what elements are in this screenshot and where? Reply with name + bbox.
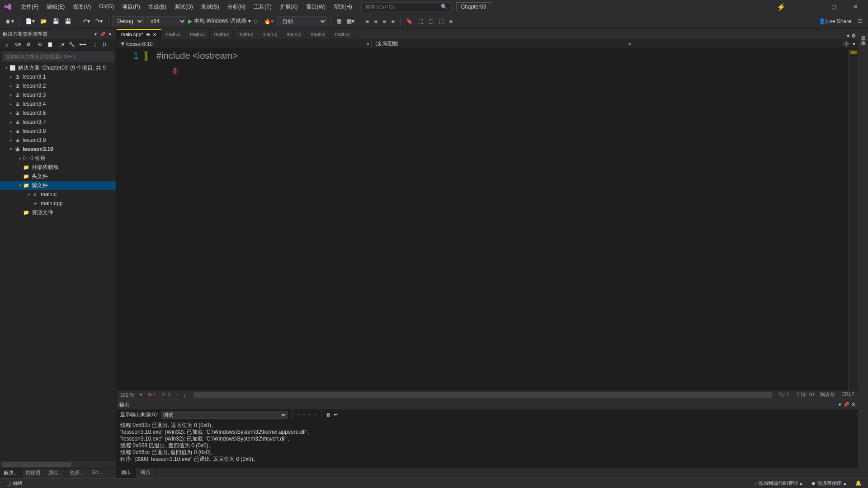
config-select[interactable]: Debug [112, 16, 144, 26]
zoom-dropdown-icon[interactable]: ▾ [140, 392, 142, 398]
nav-up-icon[interactable]: ↑ [176, 392, 179, 398]
menu-project[interactable]: 项目(P) [118, 1, 144, 13]
expander-icon[interactable]: ▾ [8, 147, 14, 151]
nav-dropdown-1[interactable]: ▾ [367, 41, 371, 47]
tab-settings-icon[interactable]: ⚙ [851, 33, 856, 39]
close-button[interactable]: ✕ [846, 0, 864, 14]
menu-edit[interactable]: 编辑(E) [43, 1, 68, 13]
editor-tab[interactable]: main.c [234, 29, 258, 39]
tab-resources[interactable]: 资源... [66, 469, 88, 478]
tab-solution-explorer[interactable]: 解决... [0, 469, 22, 478]
project-item[interactable]: ▸⊞lesson3.6 [0, 108, 116, 117]
tab-git[interactable]: Git... [88, 469, 106, 478]
toolbar-btn-3[interactable]: ⬚ [416, 16, 425, 26]
expander-icon[interactable]: ▾ [4, 66, 9, 70]
project-item[interactable]: ▸⊞lesson3.9 [0, 136, 116, 145]
se-home-button[interactable]: ⌂ [2, 40, 12, 50]
expander-icon[interactable]: ▸ [26, 192, 32, 197]
se-btn-10[interactable]: ⟨⟩ [99, 40, 109, 50]
output-wrap-button[interactable]: ↩ [334, 412, 338, 418]
indent-mode[interactable]: 制表符 [820, 391, 835, 398]
output-source-select[interactable]: 调试 [161, 411, 288, 419]
se-btn-7[interactable]: 🔧 [67, 40, 77, 50]
menu-view[interactable]: 视图(V) [69, 1, 94, 13]
uncomment-button[interactable]: ≡ [390, 16, 396, 26]
expander-icon[interactable]: ▸ [8, 138, 14, 142]
save-all-button[interactable]: 💾 [63, 16, 73, 26]
toolbar-overflow[interactable]: ≡ [448, 16, 454, 26]
panel-pin-icon[interactable]: 📌 [99, 30, 106, 38]
toolbar-btn-4[interactable]: ⬚ [427, 16, 435, 26]
menu-build[interactable]: 生成(B) [145, 1, 170, 13]
se-btn-2[interactable]: ⟲▾ [13, 40, 23, 50]
source-file-item[interactable]: ▸cmain.c [0, 190, 116, 199]
solution-root[interactable]: ▾ ⬜ 解决方案 'Chapter03' (9 个项目, 共 9 [0, 63, 116, 72]
toolbar-btn-2[interactable]: ▦▾ [345, 16, 356, 26]
output-dropdown-icon[interactable]: ▾ [839, 402, 841, 408]
toolbar-btn-1[interactable]: ▦ [335, 16, 343, 26]
output-btn-2[interactable]: ≡ [302, 412, 305, 418]
editor-tab-active[interactable]: main.cpp* ⊕ ✕ [117, 29, 161, 39]
solution-name[interactable]: Chapter03 [456, 2, 491, 11]
repo-select-button[interactable]: ◆ 选择存储库 ▴ [809, 480, 849, 487]
se-btn-8[interactable]: ⟷ [78, 40, 88, 50]
tab-class-view[interactable]: 类视图 [22, 469, 44, 478]
search-input[interactable] [365, 4, 441, 9]
project-item[interactable]: ▸⊞lesson3.1 [0, 72, 116, 81]
source-control-button[interactable]: ↑ 添加到源代码管理 ▴ [751, 480, 806, 487]
run-debug-button[interactable]: ▶ 本地 Windows 调试器 ▾ [188, 17, 250, 25]
tab-close-icon[interactable]: ✕ [153, 32, 156, 37]
hscroll-thumb[interactable] [193, 392, 772, 398]
headers-folder[interactable]: 📁头文件 [0, 172, 116, 181]
se-btn-9[interactable]: ⬚ [89, 40, 99, 50]
output-clear-button[interactable]: 🗑 [326, 412, 331, 418]
output-btn-1[interactable]: ≡ [297, 412, 300, 418]
menu-analyze[interactable]: 分析(N) [224, 1, 250, 13]
editor-tab[interactable]: main.c [210, 29, 234, 39]
se-btn-6[interactable]: ⬚▾ [56, 40, 66, 50]
error-count[interactable]: ⊗ 1 [148, 392, 156, 398]
nav-down-icon[interactable]: ↓ [184, 392, 186, 398]
project-item[interactable]: ▸⊞lesson3.8 [0, 127, 116, 136]
nav-scope-global[interactable]: (全局范围) [372, 39, 402, 48]
editor-tab[interactable]: main.c [258, 29, 282, 39]
liveshare-button[interactable]: 👤 Live Share [817, 16, 853, 26]
expander-icon[interactable]: ▸ [17, 156, 23, 160]
project-item[interactable]: ▸⊞lesson3.3 [0, 90, 116, 99]
references-folder[interactable]: ▸▷◁ 引用 [0, 154, 116, 163]
expander-icon[interactable]: ▸ [8, 102, 14, 106]
output-close-icon[interactable]: ✕ [851, 402, 855, 408]
mode-select[interactable]: 自动 [277, 16, 327, 26]
expander-icon[interactable]: ▸ [8, 120, 14, 124]
tab-output[interactable]: 输出 [117, 468, 136, 478]
sidebar-hscroll[interactable] [0, 461, 116, 468]
external-deps-folder[interactable]: 📁外部依赖项 [0, 163, 116, 172]
panel-close-icon[interactable]: ✕ [106, 30, 113, 38]
tab-properties[interactable]: 属性... [44, 469, 66, 478]
maximize-button[interactable]: ▢ [825, 0, 843, 14]
editor-tab[interactable]: main.c [161, 29, 185, 39]
se-search-input[interactable] [2, 52, 114, 61]
nav-dropdown-3[interactable]: ▾ [853, 41, 855, 47]
hot-reload-button[interactable]: 🔥▾ [262, 16, 275, 26]
notification-icon[interactable]: ⚡ [777, 3, 786, 11]
menu-window[interactable]: 窗口(W) [302, 1, 329, 13]
expander-icon[interactable]: ▾ [17, 183, 23, 188]
code-editor[interactable]: 1 ] #include <iostream> [117, 49, 858, 390]
menu-test[interactable]: 测试(S) [198, 1, 223, 13]
solution-tree[interactable]: ▾ ⬜ 解决方案 'Chapter03' (9 个项目, 共 9 ▸⊞lesso… [0, 62, 116, 461]
output-btn-3[interactable]: ≡ [308, 412, 311, 418]
notifications-button[interactable]: 🔔 [853, 480, 864, 487]
expander-icon[interactable]: ▸ [8, 111, 14, 115]
editor-tab[interactable]: main.c [282, 29, 306, 39]
panel-dropdown-icon[interactable]: ▾ [92, 30, 99, 38]
output-btn-4[interactable]: ≡ [314, 412, 316, 418]
menu-extensions[interactable]: 扩展(X) [276, 1, 302, 13]
expander-icon[interactable]: ▸ [8, 93, 14, 97]
menu-help[interactable]: 帮助(H) [330, 1, 356, 13]
tab-breakpoints[interactable]: 断点 [136, 468, 156, 478]
overview-ruler[interactable] [848, 49, 858, 390]
menu-git[interactable]: Git(G) [95, 1, 118, 13]
nav-dropdown-2[interactable]: ▾ [628, 41, 633, 47]
save-button[interactable]: 💾 [51, 16, 61, 26]
